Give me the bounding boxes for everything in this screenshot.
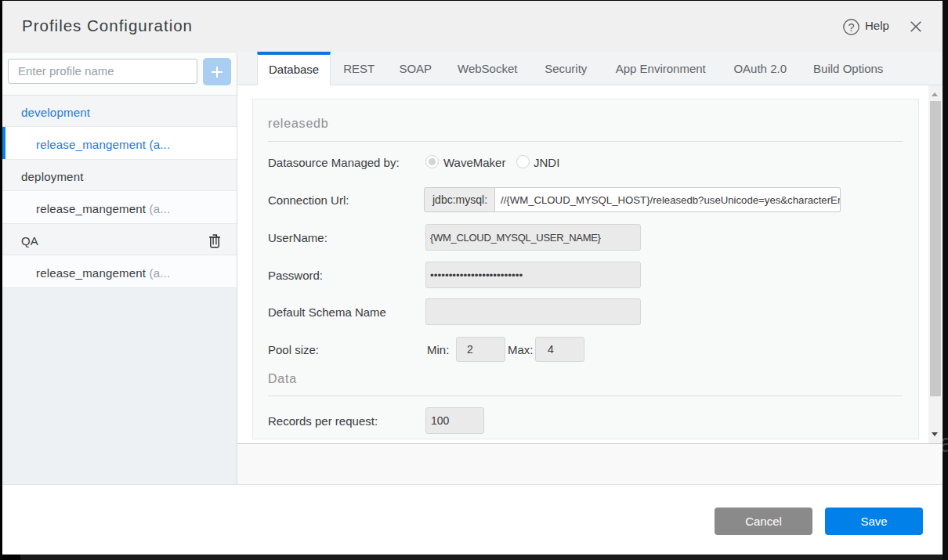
svg-text:?: ? bbox=[848, 21, 854, 34]
